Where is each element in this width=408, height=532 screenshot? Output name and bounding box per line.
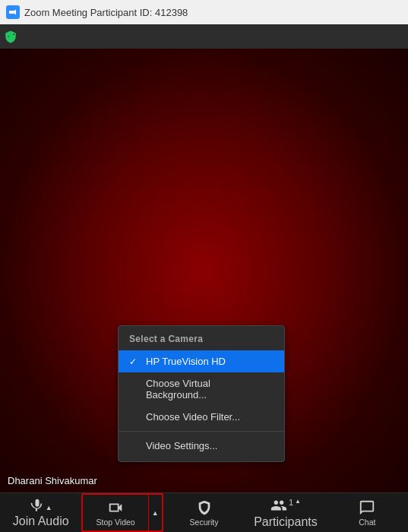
zoom-logo-icon [6,5,20,19]
camera-menu-item-label: Choose Virtual Background... [146,378,274,401]
join-audio-icon-row: ▲ [30,498,52,513]
camera-menu-item-video-settings[interactable]: Video Settings... [119,435,284,457]
checkmark-icon: ✓ [129,356,140,367]
participants-icon [270,497,287,514]
participants-caret-icon: ▲ [295,498,301,505]
microphone-icon [30,498,45,513]
camera-menu-item-label: Choose Video Filter... [146,411,240,423]
camera-menu-item-video-filter[interactable]: Choose Video Filter... [119,406,284,428]
chat-label: Chat [359,518,375,527]
camera-menu-item-hp-truevision[interactable]: ✓ HP TrueVision HD [119,350,284,372]
camera-menu-item-label: HP TrueVision HD [146,356,226,367]
chevron-up-icon: ▲ [152,509,159,517]
camera-menu-item-label: Video Settings... [146,440,217,451]
title-bar: Zoom Meeting Participant ID: 412398 [0,0,408,24]
stop-video-caret-button[interactable]: ▲ [148,495,162,530]
stop-video-button[interactable]: Stop Video [83,495,147,530]
participant-name: Dharani Shivakumar [8,475,97,486]
camera-menu-title: Select a Camera [119,331,284,350]
camera-menu-item-virtual-bg[interactable]: Choose Virtual Background... [119,372,284,406]
chevron-up-icon: ▲ [46,504,52,511]
join-audio-label: Join Audio [13,515,69,528]
window-title: Zoom Meeting Participant ID: 412398 [24,7,188,18]
shield-icon [4,30,17,43]
menu-divider [119,431,284,432]
chat-button[interactable]: Chat [327,493,408,532]
join-audio-button[interactable]: ▲ Join Audio [0,493,81,532]
video-camera-icon [107,499,124,516]
security-button[interactable]: Security [163,493,245,532]
stop-video-label: Stop Video [96,518,135,527]
participants-button[interactable]: 1 ▲ Participants [245,493,326,532]
video-area: Dharani Shivakumar Select a Camera ✓ HP … [0,49,408,492]
stop-video-group: Stop Video ▲ [81,493,163,532]
participants-count: 1 [289,498,293,507]
participants-label: Participants [254,515,318,529]
toolbar: ▲ Join Audio Stop Video ▲ Security 1 ▲ [0,492,408,532]
security-shield-icon [196,499,213,516]
chat-icon [359,499,375,516]
security-label: Security [190,518,219,527]
security-bar: ● [0,24,408,49]
camera-menu: Select a Camera ✓ HP TrueVision HD Choos… [118,325,285,462]
